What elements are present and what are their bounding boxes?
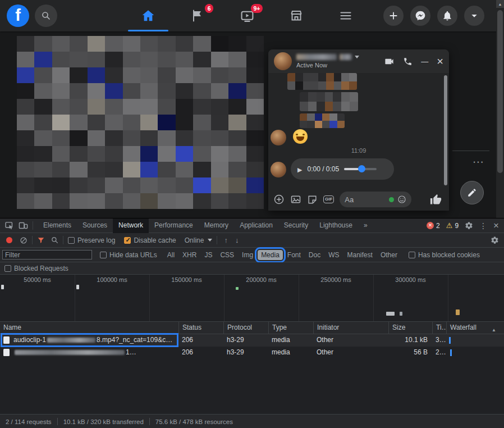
like-button[interactable] — [430, 194, 442, 206]
chevron-down-icon[interactable] — [355, 56, 359, 58]
add-attachment-button[interactable] — [273, 194, 285, 205]
devtools-tab-performance[interactable]: Performance — [149, 218, 199, 233]
throttling-select[interactable]: Online — [185, 236, 213, 244]
network-overview-timeline[interactable]: 50000 ms 100000 ms 150000 ms 200000 ms 2… — [0, 275, 504, 322]
sender-avatar — [271, 162, 286, 177]
chat-active-status: Active Now — [296, 62, 359, 69]
import-har-button[interactable] — [224, 236, 228, 244]
devtools-menu-button[interactable] — [479, 221, 487, 230]
filter-input[interactable] — [2, 250, 92, 259]
filter-chip-other[interactable]: Other — [377, 250, 401, 260]
more-options-icon[interactable] — [473, 155, 484, 169]
voice-call-button[interactable] — [403, 57, 413, 66]
timeline-label: 50000 ms — [0, 276, 75, 283]
clear-network-log-button[interactable] — [20, 236, 28, 244]
close-chat-button[interactable] — [437, 56, 443, 67]
sort-indicator-icon[interactable] — [492, 325, 496, 333]
messenger-button[interactable] — [410, 6, 430, 26]
blocked-requests-checkbox[interactable]: Blocked Requests — [4, 265, 68, 272]
nav-marketplace-tab[interactable] — [272, 0, 321, 31]
filter-toggle-button[interactable] — [37, 236, 45, 244]
search-button[interactable] — [35, 4, 57, 27]
close-devtools-button[interactable] — [493, 221, 499, 230]
sticker-button[interactable] — [307, 194, 318, 205]
disable-cache-checkbox[interactable]: Disable cache — [124, 236, 176, 244]
chat-image-blurred[interactable] — [300, 113, 345, 128]
filter-chip-media-selected[interactable]: Media — [258, 250, 283, 260]
devtools-tab-network[interactable]: Network — [113, 218, 149, 233]
inspect-element-button[interactable] — [4, 221, 14, 230]
facebook-logo[interactable] — [7, 4, 29, 27]
chat-header[interactable]: Active Now — [268, 49, 449, 73]
filter-chip-js[interactable]: JS — [201, 250, 216, 260]
gif-button[interactable]: GIF — [323, 195, 334, 203]
column-header-status[interactable]: Status — [178, 322, 223, 334]
filter-chip-doc[interactable]: Doc — [305, 250, 324, 260]
export-har-button[interactable] — [235, 236, 239, 244]
request-protocol: h3-29 — [223, 334, 268, 347]
more-tabs-button[interactable]: » — [358, 218, 373, 233]
devtools-tab-sources[interactable]: Sources — [77, 218, 113, 233]
facebook-actions — [383, 6, 484, 26]
minimize-chat-button[interactable] — [421, 56, 428, 66]
filter-chip-ws[interactable]: WS — [325, 250, 342, 260]
network-settings-button[interactable] — [491, 236, 499, 244]
error-count-badge[interactable]: 2 — [427, 222, 440, 230]
audio-scrubber[interactable] — [344, 168, 377, 170]
filter-chip-manifest[interactable]: Manifest — [344, 250, 376, 260]
online-indicator — [389, 197, 394, 202]
devtools-tab-lighthouse[interactable]: Lighthouse — [314, 218, 358, 233]
hide-data-urls-checkbox[interactable]: Hide data URLs — [100, 251, 157, 259]
column-header-name[interactable]: Name — [0, 322, 178, 334]
message-input[interactable] — [345, 195, 386, 204]
photo-button[interactable] — [290, 194, 301, 205]
devtools-tab-security[interactable]: Security — [278, 218, 314, 233]
audio-scrubber-knob[interactable] — [358, 165, 365, 172]
page-scrollbar[interactable] — [496, 0, 504, 218]
filter-chip-all[interactable]: All — [164, 250, 178, 260]
devtools-tab-elements[interactable]: Elements — [38, 218, 77, 233]
create-button[interactable] — [383, 6, 404, 26]
devtools-panel: Elements Sources Network Performance Mem… — [0, 218, 504, 428]
filter-chip-css[interactable]: CSS — [217, 250, 237, 260]
video-call-button[interactable] — [384, 56, 395, 67]
laughing-emoji — [293, 129, 308, 144]
play-button[interactable] — [297, 164, 302, 174]
devtools-settings-button[interactable] — [465, 221, 473, 230]
filter-chip-font[interactable]: Font — [284, 250, 304, 260]
blocked-requests-bar: Blocked Requests — [0, 262, 504, 275]
has-blocked-cookies-checkbox[interactable]: Has blocked cookies — [409, 251, 480, 259]
devtools-tab-application[interactable]: Application — [234, 218, 278, 233]
account-menu-button[interactable] — [464, 6, 484, 26]
emoji-button[interactable] — [397, 195, 406, 204]
filter-chip-img[interactable]: Img — [239, 250, 256, 260]
nav-home-tab[interactable] — [123, 0, 173, 31]
column-header-initiator[interactable]: Initiator — [313, 322, 388, 334]
nav-watch-tab[interactable]: 9+ — [222, 0, 272, 31]
chat-image-blurred[interactable] — [287, 73, 357, 90]
scroll-up-button[interactable] — [496, 0, 504, 8]
filter-chip-xhr[interactable]: XHR — [179, 250, 200, 260]
caret-down-icon — [470, 11, 479, 20]
column-header-size[interactable]: Size — [388, 322, 432, 334]
transferred-summary: 10.1 kB / 320 kB transferred — [63, 418, 144, 425]
devtools-tab-memory[interactable]: Memory — [199, 218, 234, 233]
notifications-button[interactable] — [437, 6, 457, 26]
search-network-button[interactable] — [51, 236, 58, 244]
column-header-protocol[interactable]: Protocol — [223, 322, 268, 334]
page-scrollbar-thumb[interactable] — [497, 10, 503, 173]
chat-scrollbar-thumb[interactable] — [444, 75, 447, 185]
column-header-type[interactable]: Type — [268, 322, 313, 334]
device-toolbar-button[interactable] — [19, 221, 28, 230]
network-request-row[interactable]: audioclip-18.mp4?_nc_cat=109&c… 206 h3-2… — [0, 334, 504, 347]
column-header-time[interactable]: Ti… — [432, 322, 446, 334]
preserve-log-checkbox[interactable]: Preserve log — [68, 236, 115, 244]
chat-image-blurred[interactable] — [300, 92, 358, 111]
warning-count-badge[interactable]: 9 — [446, 222, 459, 230]
record-network-log-button[interactable] — [6, 237, 12, 243]
nav-pages-tab[interactable]: 6 — [173, 0, 222, 31]
facebook-nav-tabs: 6 9+ — [123, 0, 370, 31]
network-request-row[interactable]: 1… 206 h3-29 media Other 56 B 2… — [0, 347, 504, 359]
new-message-button[interactable] — [460, 181, 484, 204]
nav-menu-tab[interactable] — [321, 0, 370, 31]
